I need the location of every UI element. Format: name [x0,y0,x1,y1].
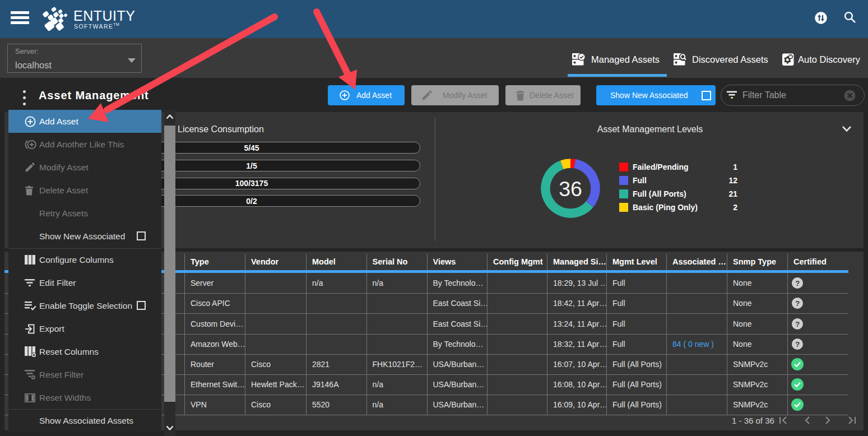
svg-text:?: ? [795,319,800,328]
svg-text:?: ? [795,340,800,348]
svg-text:?: ? [795,299,800,308]
svg-text:?: ? [795,279,800,287]
